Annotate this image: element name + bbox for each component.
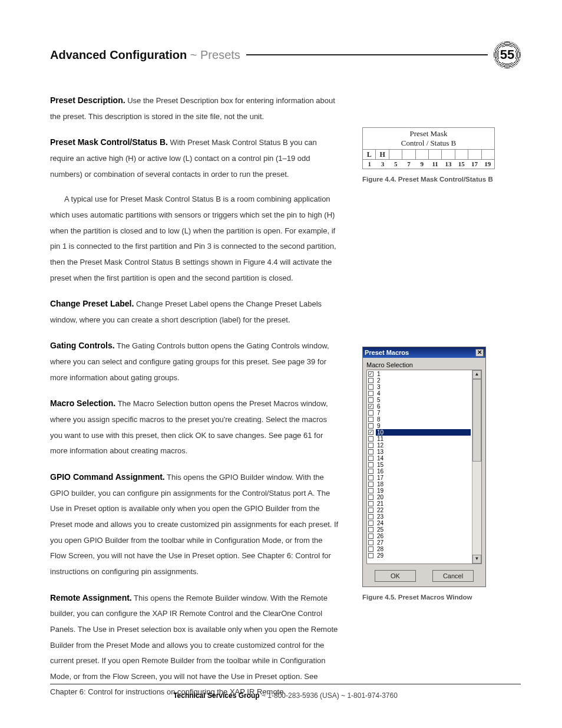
- mask-cell[interactable]: [429, 150, 442, 159]
- macro-checkbox[interactable]: [368, 449, 373, 454]
- macro-checkbox[interactable]: [368, 417, 373, 422]
- macro-checkbox[interactable]: [368, 378, 373, 383]
- macro-checkbox[interactable]: [368, 384, 373, 390]
- macro-number: 13: [376, 449, 471, 455]
- macro-checkbox[interactable]: [368, 436, 373, 442]
- mask-cell[interactable]: [442, 150, 455, 159]
- macro-checkbox[interactable]: [368, 546, 373, 552]
- para-gpio: GPIO Command Assignment. This opens the …: [50, 469, 339, 580]
- scroll-thumb[interactable]: [472, 379, 481, 462]
- mask-cell[interactable]: L: [363, 150, 376, 159]
- list-item[interactable]: 11: [368, 436, 471, 442]
- mask-cell[interactable]: [402, 150, 415, 159]
- list-item[interactable]: 28: [368, 546, 471, 552]
- macro-number: 15: [376, 462, 471, 468]
- cancel-button[interactable]: Cancel: [432, 570, 474, 582]
- list-item[interactable]: 19: [368, 487, 471, 494]
- list-item[interactable]: ✓6: [368, 403, 471, 410]
- macro-checkbox[interactable]: [368, 410, 373, 416]
- list-item[interactable]: 29: [368, 552, 471, 559]
- macro-number: 20: [376, 494, 471, 500]
- macro-checkbox[interactable]: [368, 495, 373, 500]
- macro-checkbox[interactable]: [368, 533, 373, 539]
- list-item[interactable]: 7: [368, 410, 471, 416]
- list-item[interactable]: 2: [368, 377, 471, 384]
- para-preset-mask: Preset Mask Control/Status B. With Prese…: [50, 134, 339, 182]
- list-item[interactable]: ✓10: [368, 429, 471, 436]
- para-macro-selection: Macro Selection. The Macro Selection but…: [50, 395, 339, 459]
- header-rule: [246, 54, 488, 55]
- list-item[interactable]: 17: [368, 475, 471, 481]
- list-item[interactable]: ✓1: [368, 371, 471, 377]
- macro-checkbox[interactable]: [368, 462, 373, 467]
- para-change-preset-label: Change Preset Label. Change Preset Label…: [50, 295, 339, 328]
- mask-numbers-row: 135791113151719: [363, 159, 494, 169]
- macro-checkbox[interactable]: [368, 423, 373, 429]
- list-item[interactable]: 20: [368, 494, 471, 500]
- list-item[interactable]: 16: [368, 468, 471, 475]
- footer-group: Technical Services Group: [173, 691, 260, 700]
- ok-button[interactable]: OK: [375, 570, 416, 582]
- list-item[interactable]: 14: [368, 455, 471, 462]
- macro-number: 18: [376, 481, 471, 487]
- macro-checkbox[interactable]: [368, 514, 373, 519]
- page-footer: Technical Services Group ~ 1-800-283-593…: [50, 684, 521, 700]
- macro-checkbox[interactable]: [368, 540, 373, 545]
- macro-checkbox[interactable]: ✓: [368, 430, 373, 435]
- list-item[interactable]: 18: [368, 481, 471, 487]
- mask-cell[interactable]: [482, 150, 494, 159]
- list-item[interactable]: 9: [368, 423, 471, 429]
- list-item[interactable]: 3: [368, 384, 471, 390]
- page-number: 55: [499, 47, 515, 62]
- macro-checkbox[interactable]: [368, 475, 373, 480]
- list-item[interactable]: 22: [368, 507, 471, 513]
- para-preset-mask-example: A typical use for Preset Mask Control St…: [50, 192, 339, 286]
- list-item[interactable]: 12: [368, 442, 471, 449]
- mask-cell[interactable]: [468, 150, 481, 159]
- mask-pin-number: 9: [415, 160, 428, 167]
- macro-checkbox[interactable]: [368, 397, 373, 403]
- macro-listbox[interactable]: ✓12345✓6789✓1011121314151617181920212223…: [366, 370, 482, 564]
- macro-checkbox[interactable]: [368, 521, 373, 526]
- macro-checkbox[interactable]: [368, 391, 373, 396]
- macro-checkbox[interactable]: [368, 501, 373, 506]
- list-item[interactable]: 25: [368, 526, 471, 533]
- title-bold: Advanced Configuration: [50, 48, 187, 61]
- scroll-down-icon[interactable]: ▼: [472, 555, 481, 564]
- mask-cell[interactable]: H: [376, 150, 389, 159]
- scroll-up-icon[interactable]: ▲: [472, 370, 481, 379]
- macro-checkbox[interactable]: [368, 508, 373, 513]
- list-item[interactable]: 15: [368, 462, 471, 468]
- list-item[interactable]: 8: [368, 416, 471, 423]
- scrollbar[interactable]: ▲ ▼: [472, 370, 481, 564]
- macro-number: 28: [376, 546, 471, 552]
- macro-number: 12: [376, 442, 471, 449]
- macro-checkbox[interactable]: [368, 553, 373, 558]
- macro-checkbox[interactable]: ✓: [368, 371, 373, 377]
- mask-cell[interactable]: [455, 150, 468, 159]
- title-sep: ~: [187, 48, 200, 61]
- list-item[interactable]: 21: [368, 500, 471, 507]
- close-icon[interactable]: ✕: [475, 349, 484, 357]
- macro-selection-label: Macro Selection: [366, 361, 482, 368]
- macro-checkbox[interactable]: [368, 469, 373, 474]
- list-item[interactable]: 27: [368, 539, 471, 546]
- mask-cell[interactable]: [389, 150, 402, 159]
- list-item[interactable]: 26: [368, 533, 471, 539]
- list-item[interactable]: 13: [368, 449, 471, 455]
- list-item[interactable]: 24: [368, 520, 471, 526]
- macro-checkbox[interactable]: [368, 488, 373, 493]
- macro-checkbox[interactable]: ✓: [368, 404, 373, 409]
- macro-checkbox[interactable]: [368, 527, 373, 532]
- macro-checkbox[interactable]: [368, 482, 373, 487]
- list-item[interactable]: 4: [368, 390, 471, 397]
- mask-cell[interactable]: [416, 150, 429, 159]
- macro-number: 14: [376, 455, 471, 462]
- macro-checkbox[interactable]: [368, 443, 373, 448]
- list-item[interactable]: 5: [368, 397, 471, 403]
- mask-pin-number: 11: [428, 160, 441, 167]
- mask-pin-number: 19: [481, 160, 494, 167]
- macro-checkbox[interactable]: [368, 456, 373, 461]
- list-item[interactable]: 23: [368, 513, 471, 520]
- macro-number: 4: [376, 390, 471, 397]
